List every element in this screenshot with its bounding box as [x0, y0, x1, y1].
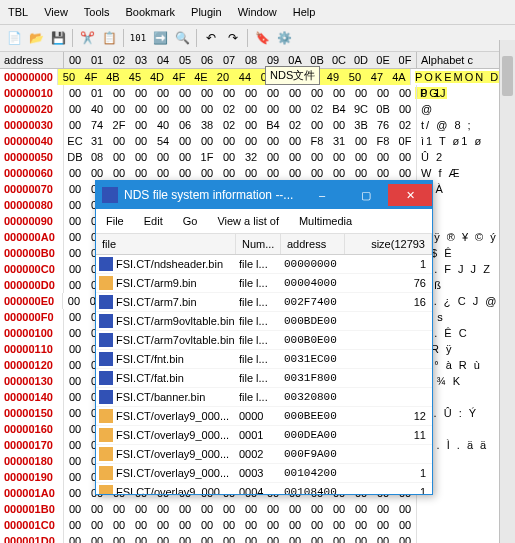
hex-byte[interactable]: 00 [284, 149, 306, 165]
menu-help[interactable]: Help [285, 2, 324, 22]
menu-window[interactable]: Window [230, 2, 285, 22]
hex-byte[interactable]: 00 [306, 117, 328, 133]
tb-copy-icon[interactable]: 📋 [99, 28, 119, 48]
hex-byte[interactable]: 00 [64, 101, 86, 117]
hex-byte[interactable]: 00 [394, 85, 416, 101]
menu-tbl[interactable]: TBL [0, 2, 36, 22]
dlg-menu-file[interactable]: File [96, 211, 134, 231]
hex-byte[interactable]: 00 [196, 85, 218, 101]
hex-byte[interactable]: 00 [350, 533, 372, 543]
hex-byte[interactable]: 00 [174, 85, 196, 101]
hex-byte[interactable]: 00 [64, 421, 86, 437]
hex-byte[interactable]: 00 [284, 501, 306, 517]
menu-bookmark[interactable]: Bookmark [118, 2, 184, 22]
hex-ascii[interactable]: ì1 T ø1 ø [416, 133, 487, 149]
hex-byte[interactable]: 00 [152, 165, 174, 181]
hex-byte[interactable]: 00 [394, 533, 416, 543]
hex-row[interactable]: 000001C000000000000000000000000000000000 [0, 517, 515, 533]
hex-byte[interactable]: 00 [350, 517, 372, 533]
hex-byte[interactable]: 00 [108, 165, 130, 181]
list-item[interactable]: FSI.CT/ndsheader.binfile l...000000001 [96, 255, 432, 274]
hex-byte[interactable]: 00 [196, 133, 218, 149]
hex-byte[interactable]: 3B [350, 117, 372, 133]
hex-byte[interactable]: 00 [328, 501, 350, 517]
hex-byte[interactable]: 00 [328, 149, 350, 165]
hex-byte[interactable]: 00 [218, 501, 240, 517]
hex-byte[interactable]: 00 [284, 85, 306, 101]
hex-byte[interactable]: 00 [350, 85, 372, 101]
hex-byte[interactable]: 31 [86, 133, 108, 149]
hex-byte[interactable]: 00 [328, 165, 350, 181]
hex-byte[interactable]: 00 [218, 149, 240, 165]
hex-byte[interactable]: 00 [262, 165, 284, 181]
hex-row[interactable]: 00000020004000000000000200000002B49C0B00… [0, 101, 515, 117]
hex-byte[interactable]: 00 [130, 149, 152, 165]
hex-byte[interactable]: 00 [86, 501, 108, 517]
tb-bookmark-icon[interactable]: 🔖 [252, 28, 272, 48]
hex-byte[interactable]: 50 [344, 69, 366, 85]
hex-byte[interactable]: 00 [108, 149, 130, 165]
tb-plugin-icon[interactable]: ⚙️ [274, 28, 294, 48]
hex-byte[interactable]: 00 [262, 517, 284, 533]
hex-byte[interactable]: 00 [218, 133, 240, 149]
hex-byte[interactable]: 00 [152, 501, 174, 517]
hex-row[interactable]: 00000050DB08000000001F003200000000000000… [0, 149, 515, 165]
hex-byte[interactable]: 00 [372, 501, 394, 517]
hex-byte[interactable]: 00 [174, 133, 196, 149]
hex-byte[interactable]: 00 [63, 293, 85, 309]
hex-byte[interactable]: 00 [284, 165, 306, 181]
dlg-menu-view-a-list-of[interactable]: View a list of [207, 211, 289, 231]
hex-byte[interactable]: 00 [240, 517, 262, 533]
list-item[interactable]: FSI.CT/arm9ovltable.binfile l...000BDE00 [96, 312, 432, 331]
hex-byte[interactable]: 50 [58, 69, 80, 85]
list-item[interactable]: FSI.CT/arm7.binfile l...002F740016 [96, 293, 432, 312]
hex-byte[interactable]: 00 [196, 501, 218, 517]
hex-byte[interactable]: 00 [284, 101, 306, 117]
hex-row[interactable]: 00000000504F4B454D4F4E20440000004950474A… [0, 69, 515, 85]
hex-byte[interactable]: 4D [146, 69, 168, 85]
hex-byte[interactable]: 00 [306, 149, 328, 165]
hex-byte[interactable]: 00 [64, 245, 86, 261]
hex-byte[interactable]: 00 [196, 517, 218, 533]
list-item[interactable]: FSI.CT/fat.binfile l...0031F800 [96, 369, 432, 388]
hex-byte[interactable]: 00 [152, 101, 174, 117]
hex-byte[interactable]: 00 [328, 117, 350, 133]
hex-byte[interactable]: 02 [218, 101, 240, 117]
hex-byte[interactable]: 00 [262, 533, 284, 543]
list-item[interactable]: FSI.CT/overlay9_000...0000000BEE0012 [96, 407, 432, 426]
hex-ascii[interactable]: 0 1 [416, 85, 446, 101]
dialog-titlebar[interactable]: NDS file system information --... – ▢ ✕ [96, 181, 432, 209]
hex-ascii[interactable]: Û 2 [416, 149, 448, 165]
list-header[interactable]: file Num... address size(12793 [96, 234, 432, 255]
hex-byte[interactable]: 40 [152, 117, 174, 133]
hex-byte[interactable]: 00 [328, 533, 350, 543]
hex-row[interactable]: 000001D000000000000000000000000000000000 [0, 533, 515, 543]
hex-byte[interactable]: 00 [130, 117, 152, 133]
hex-byte[interactable]: B4 [328, 101, 350, 117]
hex-byte[interactable]: 00 [240, 501, 262, 517]
hex-byte[interactable]: 06 [174, 117, 196, 133]
close-button[interactable]: ✕ [388, 184, 432, 206]
hex-byte[interactable]: 00 [152, 533, 174, 543]
hex-byte[interactable]: 00 [218, 165, 240, 181]
hex-byte[interactable]: 00 [108, 85, 130, 101]
hex-byte[interactable]: 00 [64, 405, 86, 421]
hex-byte[interactable]: 00 [328, 85, 350, 101]
hex-byte[interactable]: 00 [394, 165, 416, 181]
file-list[interactable]: file Num... address size(12793 FSI.CT/nd… [96, 234, 432, 494]
hex-byte[interactable]: 00 [196, 101, 218, 117]
tb-redo-icon[interactable]: ↷ [223, 28, 243, 48]
hex-byte[interactable]: 00 [64, 357, 86, 373]
hex-byte[interactable]: 00 [152, 85, 174, 101]
menu-tools[interactable]: Tools [76, 2, 118, 22]
hex-byte[interactable]: 02 [218, 117, 240, 133]
hex-byte[interactable]: 00 [64, 485, 86, 501]
hex-ascii[interactable]: W f Æ [416, 165, 466, 181]
hex-byte[interactable]: 00 [130, 533, 152, 543]
hex-byte[interactable]: 00 [174, 101, 196, 117]
hex-byte[interactable]: 02 [394, 117, 416, 133]
hex-byte[interactable]: 00 [130, 101, 152, 117]
menu-view[interactable]: View [36, 2, 76, 22]
hex-byte[interactable]: 4A [388, 69, 410, 85]
hex-byte[interactable]: 4B [102, 69, 124, 85]
